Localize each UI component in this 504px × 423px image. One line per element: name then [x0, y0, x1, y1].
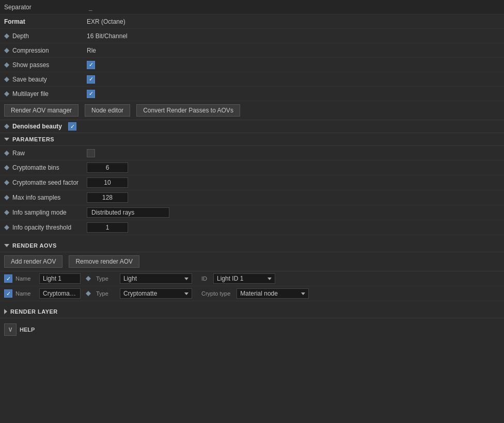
aov-row-1-type-select[interactable]: Cryptomatte — [120, 288, 192, 299]
separator-row: Separator _ — [0, 0, 504, 14]
depth-value: 16 Bit/Channel — [87, 32, 500, 40]
aov-row-1-crypto-type-select[interactable]: Material node — [237, 288, 309, 299]
render-aovs-chevron-icon — [4, 244, 9, 247]
render-layer-chevron-icon — [4, 309, 7, 314]
node-editor-button[interactable]: Node editor — [85, 104, 130, 117]
svg-marker-7 — [4, 165, 9, 170]
render-layer-section-header[interactable]: RENDER LAYER — [0, 305, 504, 318]
separator-label: Separator — [4, 4, 87, 11]
aov-row-1-type-value: Cryptomatte — [123, 290, 157, 297]
parameters-title: PARAMETERS — [12, 136, 54, 142]
render-aov-manager-button[interactable]: Render AOV manager — [4, 104, 78, 117]
add-render-aov-button[interactable]: Add render AOV — [4, 255, 62, 268]
save-beauty-diamond-icon — [4, 77, 9, 82]
show-passes-checkbox[interactable] — [87, 61, 95, 69]
save-beauty-label: Save beauty — [4, 76, 87, 83]
denoised-beauty-checkbox[interactable] — [68, 122, 76, 131]
aov-row-0-name-label: Name — [15, 275, 36, 282]
svg-marker-13 — [86, 291, 91, 296]
svg-marker-8 — [4, 180, 9, 185]
compression-value: Rle — [87, 47, 500, 54]
info-opacity-threshold-row: Info opacity threshold 1 — [0, 220, 504, 235]
cryptomatte-bins-value[interactable]: 6 — [87, 162, 128, 173]
max-info-text: Max info samples — [12, 194, 60, 201]
aov-row-0-id-label: ID — [201, 275, 207, 282]
max-info-value[interactable]: 128 — [87, 192, 128, 203]
save-beauty-text: Save beauty — [12, 76, 47, 83]
show-passes-row: Show passes — [0, 58, 504, 72]
denoised-beauty-text: Denoised beauty — [12, 123, 62, 130]
format-label: Format — [4, 18, 87, 25]
max-info-samples-label: Max info samples — [4, 194, 87, 201]
render-aovs-section-header[interactable]: RENDER AOVS — [0, 239, 504, 252]
info-sampling-value[interactable]: Distributed rays — [87, 207, 169, 218]
help-text[interactable]: HELP — [20, 327, 35, 333]
format-value: EXR (Octane) — [87, 18, 500, 25]
aov-row-0-id-select[interactable]: Light ID 1 — [213, 273, 275, 284]
svg-marker-9 — [4, 195, 9, 200]
aov-row-1-diamond-icon — [86, 291, 91, 296]
show-passes-label: Show passes — [4, 61, 87, 69]
separator-text: Separator — [4, 4, 32, 11]
aov-row-0-type-arrow-icon — [184, 278, 188, 280]
aov-row-1-crypto-type-value: Material node — [240, 290, 278, 297]
save-beauty-row: Save beauty — [0, 72, 504, 87]
aov-row-1-name-value[interactable]: Cryptoma… — [39, 288, 81, 299]
format-row: Format EXR (Octane) — [0, 14, 504, 29]
svg-marker-3 — [4, 77, 9, 82]
render-layer-title: RENDER LAYER — [10, 308, 58, 315]
depth-text: Depth — [12, 32, 29, 40]
aov-row-0-type-label: Type — [96, 275, 117, 282]
cryptomatte-seed-value[interactable]: 10 — [87, 177, 128, 188]
show-passes-diamond-icon — [4, 62, 9, 68]
aov-row-0-name-value[interactable]: Light 1 — [39, 273, 81, 284]
save-beauty-checkbox[interactable] — [87, 75, 95, 84]
help-row: V HELP — [0, 320, 504, 339]
parameters-chevron-icon — [4, 138, 9, 141]
cryptomatte-bins-diamond-icon — [4, 165, 9, 170]
raw-checkbox[interactable] — [87, 149, 95, 157]
aov-row-0-type-select[interactable]: Light — [120, 273, 192, 284]
parameters-section-header[interactable]: PARAMETERS — [0, 133, 504, 146]
svg-marker-4 — [4, 91, 9, 96]
svg-marker-2 — [4, 62, 9, 68]
svg-marker-10 — [4, 210, 9, 215]
cryptomatte-seed-row: Cryptomatte seed factor 10 — [0, 175, 504, 190]
max-info-samples-row: Max info samples 128 — [0, 190, 504, 205]
render-aov-action-buttons: Add render AOV Remove render AOV — [0, 252, 504, 271]
aov-row-0-checkbox[interactable] — [4, 274, 12, 283]
cryptomatte-seed-diamond-icon — [4, 180, 9, 185]
remove-render-aov-button[interactable]: Remove render AOV — [69, 255, 139, 268]
info-opacity-value[interactable]: 1 — [87, 222, 128, 233]
aov-row-0-diamond-icon — [86, 276, 91, 281]
svg-marker-12 — [86, 276, 91, 281]
cryptomatte-bins-label: Cryptomatte bins — [4, 164, 87, 171]
multilayer-file-label: Multilayer file — [4, 90, 87, 97]
settings-panel: Separator _ Format EXR (Octane) Depth 16… — [0, 0, 504, 339]
depth-label: Depth — [4, 32, 87, 40]
multilayer-file-row: Multilayer file — [0, 87, 504, 101]
multilayer-text: Multilayer file — [12, 90, 49, 97]
denoised-beauty-row: Denoised beauty — [0, 120, 504, 133]
info-opacity-threshold-label: Info opacity threshold — [4, 224, 87, 231]
cryptomatte-bins-text: Cryptomatte bins — [12, 164, 59, 171]
aov-row-1-type-label: Type — [96, 290, 117, 297]
compression-row: Compression Rle — [0, 43, 504, 58]
vu-logo-icon: V — [4, 323, 17, 336]
multilayer-checkbox[interactable] — [87, 90, 95, 98]
depth-diamond-icon — [4, 34, 9, 39]
raw-label: Raw — [4, 150, 87, 157]
aov-row-1-name-label: Name — [15, 290, 36, 297]
aov-row-1-crypto-arrow-icon — [301, 292, 305, 295]
svg-marker-5 — [4, 124, 9, 129]
cryptomatte-seed-text: Cryptomatte seed factor — [12, 179, 78, 186]
svg-marker-0 — [4, 34, 9, 39]
depth-row: Depth 16 Bit/Channel — [0, 29, 504, 43]
compression-label: Compression — [4, 47, 87, 54]
svg-marker-6 — [4, 151, 9, 156]
aov-row-1-checkbox[interactable] — [4, 289, 12, 298]
raw-row: Raw — [0, 146, 504, 160]
info-opacity-text: Info opacity threshold — [12, 224, 71, 231]
denoised-diamond-icon — [4, 124, 9, 129]
convert-passes-button[interactable]: Convert Render Passes to AOVs — [136, 104, 240, 117]
